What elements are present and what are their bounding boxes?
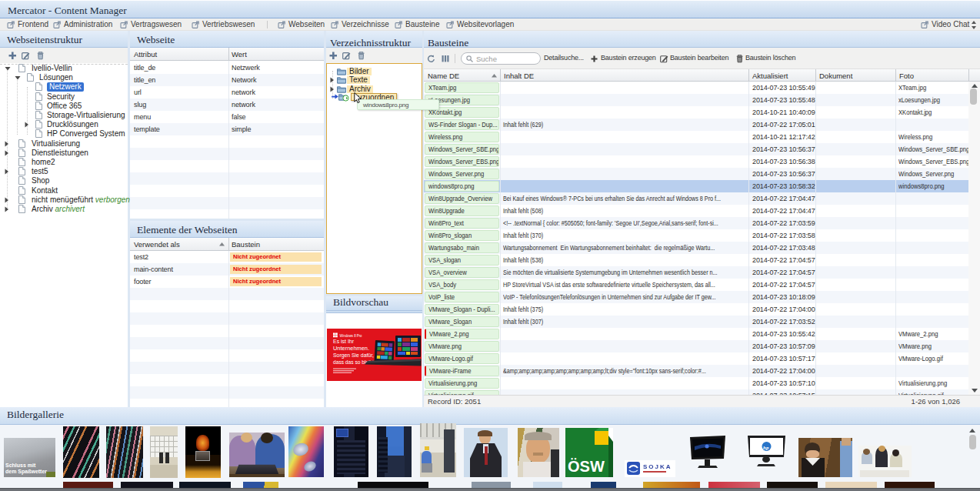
svg-text:Sorgen Sie dafür,: Sorgen Sie dafür, [333, 352, 374, 359]
svg-text:SOJKA: SOJKA [643, 463, 672, 470]
svg-text:Unternehmen.: Unternehmen. [333, 346, 369, 351]
svg-text:Windows 8 Pro: Windows 8 Pro [340, 334, 362, 338]
svg-text:hp: hp [763, 445, 769, 451]
svg-text:ÖSW: ÖSW [568, 458, 605, 475]
svg-text:Es ist Ihr: Es ist Ihr [333, 339, 355, 344]
